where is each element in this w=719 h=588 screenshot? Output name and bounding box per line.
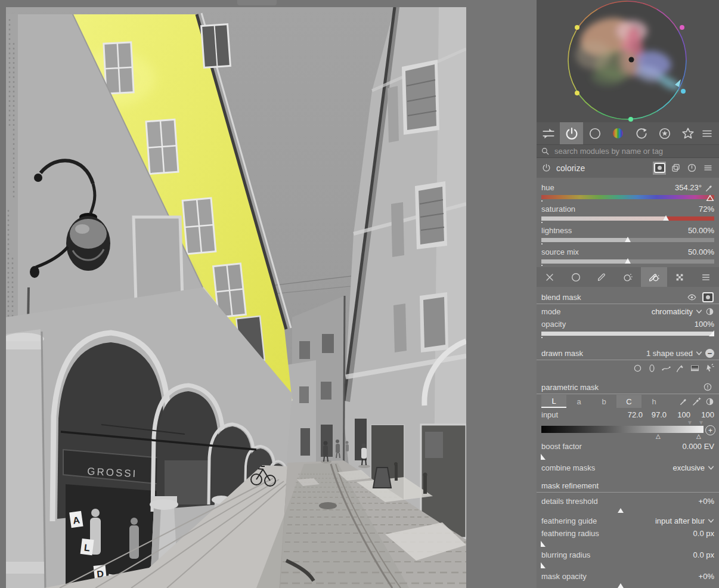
effect-group-icon[interactable]: [653, 122, 676, 144]
feathering-radius-slider-marker[interactable]: [541, 541, 546, 547]
quick-access-icon[interactable]: [537, 122, 560, 144]
mode-value[interactable]: chromaticity: [652, 307, 693, 316]
blend-raster-icon[interactable]: [667, 267, 693, 287]
lower-marker-1[interactable]: △: [656, 434, 661, 440]
blurring-radius-value: 0.0 px: [693, 550, 714, 559]
module-power-icon[interactable]: [541, 163, 551, 173]
parametric-mask-section: parametric mask: [537, 380, 719, 394]
colorize-body: hue 354.23° saturation 72% lightness: [537, 178, 719, 588]
mask-opacity-label: mask opacity: [541, 572, 587, 581]
input-value-upper-soft: 100: [667, 410, 690, 419]
hue-slider[interactable]: [541, 195, 714, 199]
eyedropper-plus-icon[interactable]: [692, 397, 702, 406]
blend-parametric-icon[interactable]: [615, 267, 641, 287]
presets-menu-icon[interactable]: [701, 162, 714, 175]
polarity-minus-icon[interactable]: −: [705, 349, 714, 358]
eye-icon[interactable]: [685, 290, 698, 304]
brush-shape-icon[interactable]: [675, 363, 686, 373]
opacity-value: 100%: [695, 320, 714, 329]
module-header-colorize[interactable]: colorize: [537, 158, 719, 178]
blend-drawn-parametric-icon[interactable]: [641, 267, 667, 287]
scope-dot-green: [628, 117, 633, 122]
lightness-slider[interactable]: [541, 238, 714, 242]
mask-indicator-icon[interactable]: [653, 162, 666, 175]
blend-menu-icon[interactable]: [693, 267, 719, 287]
tab-channel-b[interactable]: b: [591, 395, 616, 408]
blurring-radius-slider-marker[interactable]: [541, 562, 546, 568]
module-list-menu-icon[interactable]: [699, 122, 715, 144]
tab-channel-L[interactable]: L: [541, 395, 566, 408]
blend-drawn-icon[interactable]: [588, 267, 615, 287]
base-group-icon[interactable]: [583, 122, 606, 144]
path-shape-icon[interactable]: [661, 363, 671, 373]
upper-marker-2[interactable]: ▼: [698, 420, 704, 426]
search-icon: [541, 147, 550, 156]
blurring-radius-label: blurring radius: [541, 550, 590, 559]
combine-masks-value[interactable]: exclusive: [673, 463, 705, 472]
hue-value: 354.23°: [675, 183, 702, 192]
details-threshold-label: details threshold: [541, 497, 598, 506]
vectorscope-plot: [537, 0, 719, 122]
info-icon[interactable]: [701, 380, 714, 394]
feathering-radius-label: feathering radius: [541, 529, 599, 538]
search-input[interactable]: [553, 146, 715, 156]
blend-order-icon[interactable]: [705, 307, 714, 316]
invert-channel-icon[interactable]: [705, 397, 714, 406]
lightness-value: 50.00%: [688, 226, 714, 235]
circle-shape-icon[interactable]: [633, 363, 643, 373]
chevron-down-icon[interactable]: [696, 350, 702, 357]
tab-channel-h[interactable]: h: [641, 395, 667, 408]
module-search: [537, 145, 719, 158]
input-value-upper: 100: [690, 410, 714, 419]
drawn-mask-label: drawn mask: [541, 349, 583, 358]
multi-instance-icon[interactable]: [669, 162, 682, 175]
gradient-shape-icon[interactable]: [690, 363, 700, 373]
feathering-guide-label: feathering guide: [541, 516, 597, 525]
shape-tools: [537, 360, 719, 376]
reset-icon[interactable]: [685, 162, 698, 175]
eyedropper-icon[interactable]: [679, 397, 689, 406]
feathering-radius-value: 0.0 px: [693, 529, 714, 538]
hue-label: hue: [541, 183, 554, 192]
add-channel-icon[interactable]: +: [705, 425, 715, 435]
details-threshold-slider[interactable]: [541, 507, 714, 515]
scope-center-dot: [629, 57, 634, 63]
active-modules-icon[interactable]: [560, 122, 583, 144]
correct-group-icon[interactable]: [630, 122, 653, 144]
blend-mode-bar: [537, 267, 719, 287]
input-label: input: [541, 410, 558, 419]
opacity-slider[interactable]: [541, 332, 714, 336]
boost-factor-slider-marker[interactable]: [541, 454, 546, 460]
lower-marker-2[interactable]: △: [696, 434, 701, 440]
scope-dot-magenta: [680, 25, 684, 30]
parametric-gradient-slider[interactable]: ▼ ▼ △ △ +: [541, 426, 703, 433]
source-mix-label: source mix: [541, 247, 579, 256]
blend-uniform-icon[interactable]: [563, 267, 589, 287]
display-mask-icon[interactable]: [701, 290, 714, 304]
color-picker-icon[interactable]: [705, 183, 714, 193]
top-panel-handle[interactable]: [237, 0, 277, 5]
edit-shapes-icon[interactable]: [704, 363, 714, 373]
upper-marker-1[interactable]: ▼: [687, 420, 693, 426]
saturation-slider[interactable]: [541, 216, 714, 221]
chevron-down-icon[interactable]: [708, 465, 714, 471]
combine-masks-label: combine masks: [541, 463, 595, 472]
chevron-down-icon[interactable]: [696, 308, 702, 315]
tab-channel-a[interactable]: a: [566, 395, 591, 408]
tab-channel-C[interactable]: C: [616, 395, 641, 408]
scope-dot-yellow-ll: [575, 91, 579, 95]
saturation-label: saturation: [541, 205, 575, 213]
right-panel: colorize hue 354.23°: [537, 0, 719, 588]
feathering-guide-value[interactable]: input after blur: [655, 516, 705, 525]
favorites-group-icon[interactable]: [676, 122, 699, 144]
ellipse-shape-icon[interactable]: [647, 363, 657, 373]
chevron-down-icon[interactable]: [708, 518, 714, 524]
mask-opacity-slider[interactable]: [541, 583, 714, 588]
color-group-icon[interactable]: [606, 122, 630, 144]
vectorscope[interactable]: [537, 0, 719, 122]
source-mix-slider[interactable]: [541, 259, 714, 264]
photo-canvas[interactable]: GROSSI A L D I: [6, 7, 466, 588]
drawn-mask-value[interactable]: 1 shape used: [646, 349, 693, 358]
boost-factor-label: boost factor: [541, 442, 582, 451]
blend-off-icon[interactable]: [537, 267, 563, 287]
